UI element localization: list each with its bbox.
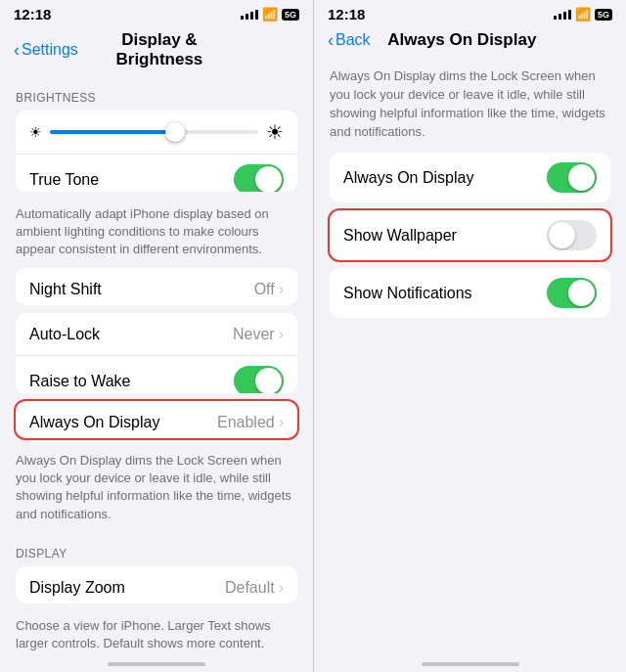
always-on-display-row[interactable]: Always On Display Enabled › bbox=[16, 401, 297, 438]
true-tone-toggle-knob bbox=[255, 166, 282, 192]
night-shift-card: Night Shift Off › bbox=[16, 268, 297, 305]
night-shift-chevron-icon: › bbox=[279, 281, 284, 298]
page-title-right: Always On Display bbox=[371, 30, 554, 50]
nav-bar-right: ‹ Back Always On Display bbox=[314, 26, 626, 58]
true-tone-description: Automatically adapt iPhone display based… bbox=[0, 200, 313, 269]
back-button-right[interactable]: ‹ Back bbox=[328, 31, 371, 49]
home-indicator-right bbox=[314, 662, 626, 672]
5g-badge-right: 5G bbox=[595, 9, 612, 21]
page-title-left: Display & Brightness bbox=[78, 30, 241, 69]
chevron-left-icon-right: ‹ bbox=[328, 31, 334, 49]
show-notifications-card: Show Notifications bbox=[330, 268, 610, 318]
aod-toggle-label: Always On Display bbox=[343, 169, 547, 187]
brightness-track[interactable] bbox=[50, 130, 258, 134]
wifi-icon-right: 📶 bbox=[575, 7, 591, 22]
back-label-left: Settings bbox=[22, 41, 78, 59]
always-on-display-description: Always On Display dims the Lock Screen w… bbox=[0, 446, 313, 533]
night-shift-row[interactable]: Night Shift Off › bbox=[16, 268, 297, 305]
status-icons-right: 📶 5G bbox=[554, 7, 612, 22]
display-zoom-row[interactable]: Display Zoom Default › bbox=[16, 566, 297, 604]
brightness-card: ☀ ☀ True Tone bbox=[16, 111, 297, 192]
auto-lock-chevron-icon: › bbox=[279, 326, 284, 343]
true-tone-label: True Tone bbox=[29, 171, 234, 189]
true-tone-row[interactable]: True Tone bbox=[16, 155, 297, 192]
show-notifications-toggle[interactable] bbox=[547, 278, 597, 308]
show-wallpaper-toggle-knob bbox=[549, 222, 575, 248]
auto-lock-row[interactable]: Auto-Lock Never › bbox=[16, 313, 297, 356]
always-on-display-chevron-icon: › bbox=[279, 414, 284, 431]
auto-lock-value: Never bbox=[233, 326, 275, 343]
status-icons-left: 📶 5G bbox=[241, 7, 299, 22]
show-notifications-toggle-knob bbox=[568, 280, 595, 306]
home-bar-right bbox=[422, 662, 519, 666]
night-shift-value: Off bbox=[254, 281, 275, 298]
display-zoom-value: Default bbox=[225, 579, 275, 597]
always-on-display-label: Always On Display bbox=[29, 414, 217, 431]
display-zoom-label: Display Zoom bbox=[29, 579, 225, 597]
show-wallpaper-highlighted: Show Wallpaper bbox=[330, 210, 610, 260]
always-on-display-highlighted[interactable]: Always On Display Enabled › bbox=[16, 401, 297, 438]
brightness-thumb bbox=[165, 122, 185, 142]
aod-toggle-row[interactable]: Always On Display bbox=[330, 153, 610, 202]
aod-settings-card: Always On Display bbox=[330, 153, 610, 202]
time-left: 12:18 bbox=[14, 6, 51, 22]
display-zoom-card: Display Zoom Default › bbox=[16, 566, 297, 604]
brightness-high-icon: ☀ bbox=[266, 120, 284, 144]
show-wallpaper-label: Show Wallpaper bbox=[343, 227, 547, 245]
left-panel: 12:18 📶 5G ‹ Settings Display & Brightne… bbox=[0, 0, 313, 672]
time-right: 12:18 bbox=[328, 6, 365, 22]
5g-badge: 5G bbox=[282, 9, 299, 21]
auto-lock-label: Auto-Lock bbox=[29, 326, 233, 343]
status-bar-right: 12:18 📶 5G bbox=[314, 0, 626, 26]
back-button-left[interactable]: ‹ Settings bbox=[14, 41, 78, 59]
raise-to-wake-toggle-knob bbox=[255, 368, 282, 393]
true-tone-toggle[interactable] bbox=[234, 164, 284, 192]
chevron-left-icon: ‹ bbox=[14, 41, 20, 59]
aod-toggle[interactable] bbox=[547, 162, 597, 193]
show-wallpaper-toggle[interactable] bbox=[547, 220, 597, 250]
raise-to-wake-toggle[interactable] bbox=[234, 366, 284, 393]
show-notifications-row[interactable]: Show Notifications bbox=[330, 268, 610, 318]
display-section-label: DISPLAY bbox=[0, 533, 313, 566]
brightness-fill bbox=[50, 130, 175, 134]
home-bar-left bbox=[108, 662, 205, 666]
raise-to-wake-row[interactable]: Raise to Wake bbox=[16, 356, 297, 393]
status-bar-left: 12:18 📶 5G bbox=[0, 0, 313, 26]
raise-to-wake-label: Raise to Wake bbox=[29, 373, 234, 390]
display-zoom-chevron-icon: › bbox=[279, 579, 284, 597]
right-panel: 12:18 📶 5G ‹ Back Always On Display Alwa… bbox=[313, 0, 626, 672]
night-shift-label: Night Shift bbox=[29, 281, 254, 298]
always-on-display-info: Always On Display dims the Lock Screen w… bbox=[314, 58, 626, 153]
signal-icon-right bbox=[554, 10, 571, 20]
aod-toggle-knob bbox=[568, 164, 595, 191]
always-on-display-value: Enabled bbox=[217, 414, 275, 431]
back-label-right: Back bbox=[335, 31, 371, 49]
signal-icon bbox=[241, 10, 258, 20]
nav-bar-left: ‹ Settings Display & Brightness bbox=[0, 26, 313, 77]
home-indicator-left bbox=[0, 662, 313, 672]
brightness-low-icon: ☀ bbox=[29, 124, 42, 140]
autolock-card: Auto-Lock Never › Raise to Wake bbox=[16, 313, 297, 393]
display-zoom-description: Choose a view for iPhone. Larger Text sh… bbox=[0, 611, 313, 662]
show-notifications-label: Show Notifications bbox=[343, 285, 547, 302]
brightness-slider-row[interactable]: ☀ ☀ bbox=[16, 111, 297, 155]
wifi-icon: 📶 bbox=[262, 7, 278, 22]
brightness-section-label: BRIGHTNESS bbox=[0, 77, 313, 111]
show-wallpaper-row[interactable]: Show Wallpaper bbox=[330, 210, 610, 260]
